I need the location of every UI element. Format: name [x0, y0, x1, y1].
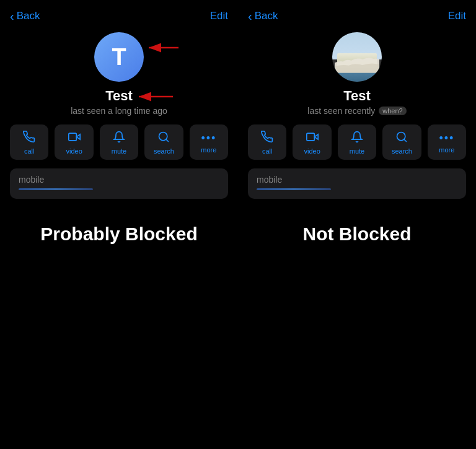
- svg-marker-8: [314, 134, 318, 139]
- left-video-label: video: [66, 147, 82, 155]
- left-back-label: Back: [17, 10, 40, 22]
- left-nav-bar: ‹ Back Edit: [0, 7, 238, 27]
- right-mobile-field: mobile: [248, 168, 466, 199]
- left-mute-icon: [113, 131, 125, 145]
- svg-line-11: [404, 139, 407, 142]
- left-search-label: search: [154, 147, 174, 155]
- left-avatar-container: T: [94, 32, 144, 82]
- red-arrow-name: [134, 89, 174, 104]
- left-action-buttons: call video mute: [10, 124, 228, 160]
- svg-line-7: [166, 139, 169, 142]
- right-more-label: more: [439, 146, 454, 154]
- right-avatar-container: [332, 32, 382, 82]
- left-chevron-icon: ‹: [10, 10, 14, 22]
- right-action-buttons: call video mute: [248, 124, 466, 160]
- left-mobile-label: mobile: [19, 175, 219, 185]
- left-name-container: Test: [105, 88, 133, 106]
- left-more-label: more: [201, 146, 216, 154]
- left-mute-label: mute: [112, 147, 126, 155]
- right-back-button[interactable]: ‹ Back: [248, 10, 278, 22]
- left-more-icon: •••: [201, 133, 216, 144]
- right-avatar-photo: [332, 32, 382, 82]
- right-more-icon: •••: [439, 133, 454, 144]
- left-search-icon: [157, 131, 170, 145]
- right-when-badge[interactable]: when?: [379, 107, 406, 115]
- right-mute-label: mute: [350, 147, 364, 155]
- left-call-icon: [23, 131, 35, 145]
- cliff-detail: [335, 56, 379, 73]
- right-video-label: video: [304, 147, 320, 155]
- svg-marker-4: [76, 134, 80, 139]
- right-verdict: Not Blocked: [290, 224, 423, 245]
- left-back-button[interactable]: ‹ Back: [10, 10, 40, 22]
- right-panel: ‹ Back Edit Test last seen recently when…: [238, 0, 476, 449]
- left-mobile-field: mobile: [10, 168, 228, 199]
- right-video-icon: [306, 131, 319, 145]
- left-call-label: call: [24, 147, 35, 155]
- left-avatar: T: [94, 32, 144, 82]
- right-contact-name: Test: [343, 88, 371, 104]
- left-more-button[interactable]: ••• more: [190, 124, 228, 160]
- left-search-button[interactable]: search: [144, 124, 183, 160]
- right-search-label: search: [392, 147, 412, 155]
- svg-rect-9: [306, 133, 314, 141]
- left-call-button[interactable]: call: [10, 124, 48, 160]
- left-panel: ‹ Back Edit T Test: [0, 0, 238, 449]
- left-video-button[interactable]: video: [55, 124, 93, 160]
- right-call-label: call: [262, 147, 273, 155]
- svg-rect-5: [68, 133, 76, 141]
- left-avatar-initial: T: [112, 44, 126, 71]
- red-arrow-avatar: [143, 38, 180, 57]
- right-chevron-icon: ‹: [248, 10, 252, 22]
- right-edit-button[interactable]: Edit: [448, 10, 466, 22]
- right-mobile-label: mobile: [257, 175, 457, 185]
- right-nav-bar: ‹ Back Edit: [238, 7, 476, 27]
- right-search-icon: [395, 131, 408, 145]
- left-mute-button[interactable]: mute: [100, 124, 138, 160]
- left-video-icon: [68, 131, 81, 145]
- right-video-button[interactable]: video: [293, 124, 331, 160]
- left-contact-name: Test: [105, 88, 133, 104]
- right-status-text: last seen recently: [307, 106, 375, 116]
- cliff-scene: [332, 32, 382, 82]
- left-status-text: last seen a long time ago: [71, 106, 167, 116]
- right-mute-button[interactable]: mute: [338, 124, 376, 160]
- right-search-button[interactable]: search: [382, 124, 421, 160]
- left-contact-status: last seen a long time ago: [71, 106, 167, 116]
- right-mute-icon: [351, 131, 363, 145]
- left-verdict: Probably Blocked: [28, 224, 209, 245]
- right-call-icon: [261, 131, 273, 145]
- right-mobile-underline: [257, 188, 331, 190]
- right-call-button[interactable]: call: [248, 124, 286, 160]
- right-more-button[interactable]: ••• more: [428, 124, 466, 160]
- left-mobile-underline: [19, 188, 93, 190]
- left-edit-button[interactable]: Edit: [210, 10, 228, 22]
- right-contact-status: last seen recently when?: [307, 106, 406, 116]
- right-back-label: Back: [255, 10, 278, 22]
